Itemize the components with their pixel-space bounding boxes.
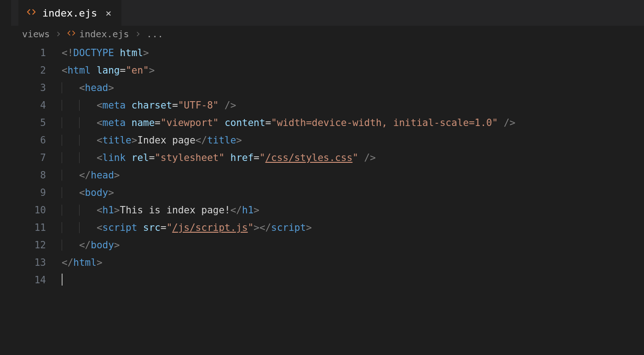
line-number: 7 — [11, 149, 46, 166]
code-line[interactable]: <title>Index page</title> — [62, 132, 644, 149]
breadcrumb-symbol[interactable]: ... — [147, 29, 163, 40]
line-number: 1 — [11, 44, 46, 62]
breadcrumb-folder[interactable]: views — [22, 29, 50, 40]
line-number: 4 — [11, 97, 46, 114]
code-line[interactable]: <!DOCTYPE html> — [62, 44, 644, 62]
line-number: 3 — [11, 79, 46, 97]
code-line[interactable]: <h1>This is index page!</h1> — [62, 201, 644, 219]
line-number: 9 — [11, 184, 46, 201]
code-line[interactable]: <html lang="en"> — [62, 62, 644, 79]
editor-group: index.ejs × views index.ejs ... 1 2 — [11, 0, 644, 355]
code-line[interactable]: <meta charset="UTF-8" /> — [62, 97, 644, 114]
code-line[interactable]: </head> — [62, 166, 644, 184]
activity-bar-placeholder — [0, 0, 11, 355]
chevron-right-icon — [135, 29, 141, 40]
line-number: 12 — [11, 236, 46, 254]
tab-index-ejs[interactable]: index.ejs × — [18, 0, 121, 26]
ejs-file-icon — [27, 7, 36, 19]
line-number: 2 — [11, 62, 46, 79]
line-number: 5 — [11, 114, 46, 132]
line-number: 14 — [11, 271, 46, 289]
line-number-gutter: 1 2 3 4 5 6 7 8 9 10 11 12 13 14 — [11, 44, 62, 355]
code-line[interactable]: <meta name="viewport" content="width=dev… — [62, 114, 644, 132]
code-editor[interactable]: 1 2 3 4 5 6 7 8 9 10 11 12 13 14 <!DOCTY… — [11, 42, 644, 355]
line-number: 11 — [11, 219, 46, 236]
line-number: 8 — [11, 166, 46, 184]
code-line[interactable]: <head> — [62, 79, 644, 97]
code-line[interactable]: </html> — [62, 254, 644, 271]
code-line[interactable]: <body> — [62, 184, 644, 201]
text-cursor — [62, 274, 63, 286]
breadcrumb-file[interactable]: index.ejs — [79, 29, 129, 40]
tab-bar: index.ejs × — [11, 0, 644, 26]
line-number: 10 — [11, 201, 46, 219]
tab-label: index.ejs — [42, 7, 97, 19]
code-line[interactable] — [62, 271, 644, 289]
close-tab-button[interactable]: × — [104, 7, 113, 19]
ejs-file-icon — [67, 29, 75, 39]
breadcrumb[interactable]: views index.ejs ... — [11, 26, 644, 42]
chevron-right-icon — [55, 29, 62, 40]
line-number: 6 — [11, 132, 46, 149]
code-line[interactable]: <script src="/js/script.js"></script> — [62, 219, 644, 236]
code-line[interactable]: </body> — [62, 236, 644, 254]
code-line[interactable]: <link rel="stylesheet" href="/css/styles… — [62, 149, 644, 166]
code-content[interactable]: <!DOCTYPE html> <html lang="en"> <head> … — [62, 44, 644, 355]
line-number: 13 — [11, 254, 46, 271]
